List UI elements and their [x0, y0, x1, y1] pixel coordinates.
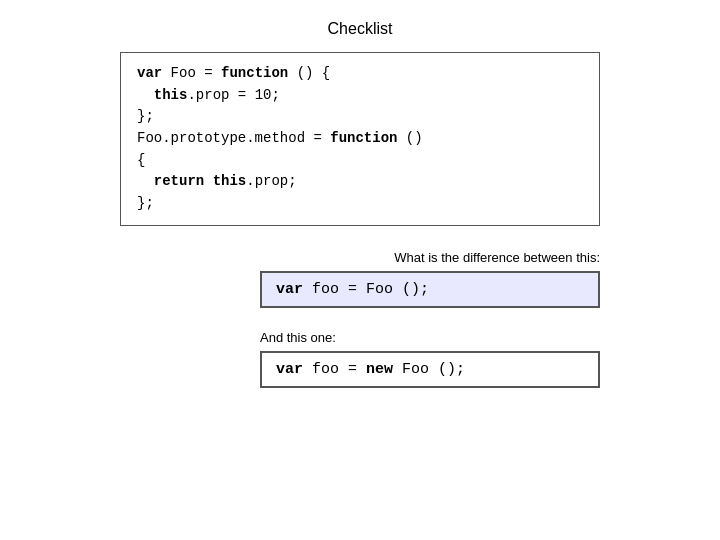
page-title: Checklist	[328, 20, 393, 38]
code-line-2: this.prop = 10;	[137, 85, 583, 107]
code-line-4: Foo.prototype.method = function ()	[137, 128, 583, 150]
code-snippet-2: var foo = new Foo ();	[260, 351, 600, 388]
main-code-block: var Foo = function () { this.prop = 10; …	[120, 52, 600, 226]
code-line-5: {	[137, 150, 583, 172]
question-label: What is the difference between this:	[120, 250, 600, 265]
code-line-7: };	[137, 193, 583, 215]
code-line-1: var Foo = function () {	[137, 63, 583, 85]
code-snippet-1: var foo = Foo ();	[260, 271, 600, 308]
and-label: And this one:	[260, 330, 600, 345]
code-line-6: return this.prop;	[137, 171, 583, 193]
code-line-3: };	[137, 106, 583, 128]
